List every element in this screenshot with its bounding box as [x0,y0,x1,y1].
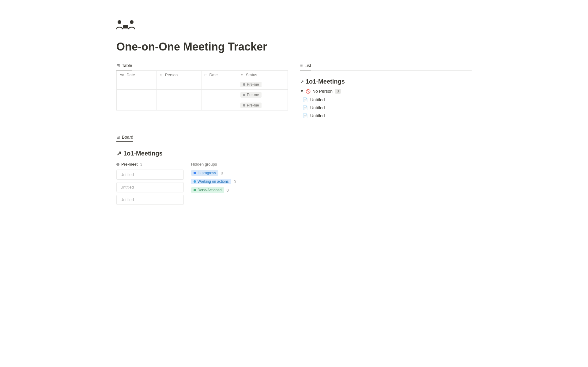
board-card-2[interactable]: Untitled [116,182,184,192]
premeet-count: 3 [140,162,142,167]
board-section: ⊞ Board ↗ 1o1-Meetings Pre-meet 3 Untitl… [116,135,472,207]
working-dot [194,180,196,183]
cell-date-val-2 [202,90,237,100]
svg-point-0 [118,20,121,24]
cell-date-3 [117,100,156,110]
person-icon: ⊕ [160,73,163,77]
hidden-groups-label: Hidden groups [191,162,472,167]
list-group-count: 3 [335,89,341,94]
no-person-icon: 🚫 [306,89,311,94]
inprogress-count: 0 [221,171,223,175]
hidden-groups: Hidden groups In progress 0 Working on a… [191,162,472,196]
cell-date-val-3 [202,100,237,110]
top-section: ⊞ Table Aa Date ⊕ Person [116,63,472,120]
cell-person-1 [156,79,202,90]
aa-icon: Aa [120,73,124,77]
done-dot [194,189,196,191]
page-title: One-on-One Meeting Tracker [116,40,472,53]
list-item-3[interactable]: 📄 Untitled [300,112,472,119]
inprogress-badge: In progress [191,170,218,176]
svg-point-1 [130,20,134,24]
hidden-group-inprogress[interactable]: In progress 0 [191,170,472,176]
list-group-label: No Person [312,89,333,94]
cell-date-2 [117,90,156,100]
board-arrow-icon: ↗ [116,150,122,157]
col-header-date-text: Aa Date [117,71,156,79]
list-item-1[interactable]: 📄 Untitled [300,96,472,103]
cell-date-val-1 [202,79,237,90]
cell-status-1: Pre-me [237,79,288,90]
hidden-group-working[interactable]: Working on actions 0 [191,179,472,184]
board-column-premeet: Pre-meet 3 Untitled Untitled Untitled [116,162,184,207]
board-layout: Pre-meet 3 Untitled Untitled Untitled Hi… [116,162,472,207]
cell-status-3: Pre-me [237,100,288,110]
cell-status-2: Pre-me [237,90,288,100]
col-header-status: ✦ Status [237,71,288,79]
table-row[interactable]: Pre-me [117,100,288,110]
done-count: 0 [227,188,229,193]
svg-rect-2 [123,25,128,28]
document-icon-3: 📄 [303,113,308,118]
premeet-dot [116,163,119,166]
board-divider [116,142,472,142]
working-count: 0 [234,179,236,184]
list-item-2[interactable]: 📄 Untitled [300,104,472,111]
list-icon: ≡ [300,63,303,68]
board-card-3[interactable]: Untitled [116,195,184,205]
table: Aa Date ⊕ Person □ Date ✦ [116,70,288,110]
document-icon-2: 📄 [303,105,308,110]
page-icon [116,18,472,34]
list-view-block: ≡ List ↗ 1o1-Meetings ▼ 🚫 No Person 3 📄 … [300,63,472,120]
date-icon: □ [205,73,207,77]
document-icon-1: 📄 [303,97,308,102]
list-tab[interactable]: ≡ List [300,63,311,70]
list-group-header[interactable]: ▼ 🚫 No Person 3 [300,89,472,94]
inprogress-dot [194,172,196,174]
col-header-person: ⊕ Person [156,71,202,79]
status-dot [243,94,245,96]
table-icon: ⊞ [116,63,120,68]
cell-person-3 [156,100,202,110]
premeet-label: Pre-meet [121,162,138,167]
board-icon: ⊞ [116,135,120,140]
col-header-date: □ Date [202,71,237,79]
table-tab-label: Table [122,63,132,68]
status-dot [243,83,245,86]
list-section-title: ↗ 1o1-Meetings [300,78,472,85]
board-card-1[interactable]: Untitled [116,170,184,180]
chevron-down-icon: ▼ [300,89,304,93]
board-section-title: ↗ 1o1-Meetings [116,150,472,157]
board-column-header: Pre-meet 3 [116,162,184,167]
status-dot [243,104,245,107]
list-divider [300,70,472,71]
table-row[interactable]: Pre-me [117,79,288,90]
table-view-block: ⊞ Table Aa Date ⊕ Person [116,63,288,120]
hidden-group-done[interactable]: Done/Actioned 0 [191,187,472,193]
arrow-up-right-icon: ↗ [300,79,304,84]
table-row[interactable]: Pre-me [117,90,288,100]
working-badge: Working on actions [191,179,231,184]
page-container: One-on-One Meeting Tracker ⊞ Table Aa Da… [92,0,496,226]
cell-person-2 [156,90,202,100]
board-tab[interactable]: ⊞ Board [116,135,133,142]
done-badge: Done/Actioned [191,187,224,193]
status-icon: ✦ [240,73,243,77]
list-tab-label: List [304,63,311,68]
cell-date-1 [117,79,156,90]
table-tab[interactable]: ⊞ Table [116,63,132,70]
board-tab-label: Board [122,135,133,140]
